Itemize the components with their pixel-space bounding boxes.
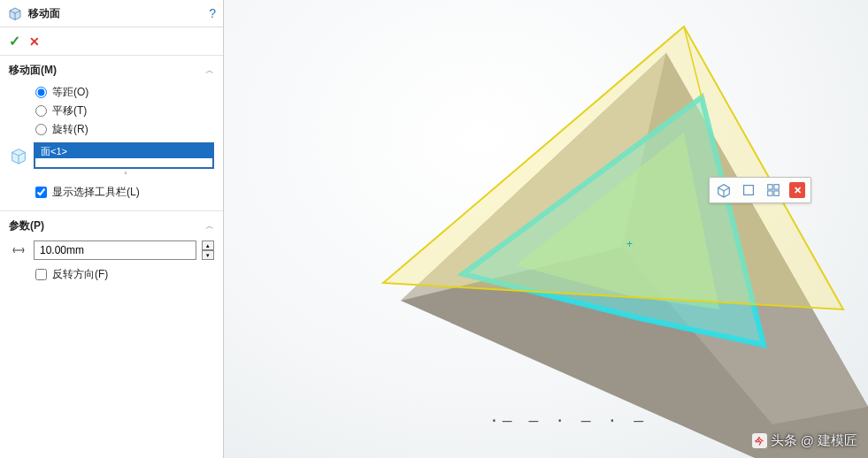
radio-rotate-input[interactable] [35, 124, 47, 135]
face-selection-row [9, 142, 214, 169]
spin-down[interactable]: ▾ [202, 250, 214, 260]
spin-up[interactable]: ▴ [202, 240, 214, 250]
watermark: 今 头条 @建模匠 [752, 432, 857, 449]
context-close-icon[interactable]: ✕ [789, 182, 805, 198]
svg-text:+: + [626, 238, 633, 250]
model-svg: + [224, 0, 868, 458]
face-list[interactable] [34, 142, 214, 169]
params-heading-label: 参数(P) [9, 218, 44, 233]
graphics-viewport[interactable]: + ✕ ·— — · — · — 今 头条 @建模匠 [224, 0, 868, 458]
radio-translate-label: 平移(T) [52, 103, 87, 118]
view-iso-icon[interactable] [715, 181, 733, 199]
context-toolbar: ✕ [709, 177, 811, 203]
show-toolbar-label: 显示选择工具栏(L) [52, 185, 140, 200]
distance-row: ▴ ▾ [9, 240, 214, 260]
distance-spinner: ▴ ▾ [202, 240, 214, 260]
face-item[interactable] [35, 144, 212, 158]
watermark-prefix: 头条 [771, 432, 797, 449]
svg-rect-17 [768, 185, 772, 189]
reverse-input[interactable] [35, 269, 47, 280]
svg-rect-18 [774, 185, 779, 189]
view-multi-icon[interactable] [764, 181, 782, 199]
radio-offset-input[interactable] [35, 87, 47, 98]
move-face-heading-label: 移动面(M) [9, 63, 57, 78]
radio-translate[interactable]: 平移(T) [9, 102, 214, 120]
reverse-check[interactable]: 反转方向(F) [9, 265, 214, 284]
feature-panel: 移动面 ? ✓ ✕ 移动面(M) ︿ 等距(O) 平移(T) 旋转(R) [0, 0, 224, 458]
panel-header: 移动面 ? [0, 0, 223, 27]
watermark-at: @ [801, 433, 814, 448]
move-face-section: 移动面(M) ︿ 等距(O) 平移(T) 旋转(R) ° 显示选择工具栏(L) [0, 56, 223, 211]
svg-marker-10 [383, 27, 843, 309]
chevron-up-icon: ︿ [205, 220, 214, 233]
watermark-author: 建模匠 [818, 432, 857, 449]
radio-rotate-label: 旋转(R) [52, 122, 88, 137]
radio-offset-label: 等距(O) [52, 85, 88, 100]
move-face-icon [7, 5, 23, 21]
distance-icon [9, 240, 28, 260]
axis-ground-icon: ·— — · — · — [489, 411, 647, 430]
show-toolbar-input[interactable] [35, 187, 47, 198]
confirm-cancel-row: ✓ ✕ [0, 27, 223, 56]
distance-input[interactable] [34, 240, 196, 260]
radio-offset[interactable]: 等距(O) [9, 83, 214, 102]
reverse-label: 反转方向(F) [52, 267, 108, 282]
svg-rect-16 [744, 186, 754, 195]
list-grip-icon: ° [39, 171, 214, 179]
cancel-button[interactable]: ✕ [29, 34, 40, 49]
ok-button[interactable]: ✓ [9, 33, 20, 50]
params-section: 参数(P) ︿ ▴ ▾ 反转方向(F) [0, 211, 223, 293]
face-select-icon [9, 146, 28, 165]
panel-title: 移动面 [28, 6, 209, 21]
chevron-up-icon: ︿ [205, 65, 214, 77]
params-heading[interactable]: 参数(P) ︿ [9, 217, 214, 239]
svg-rect-19 [768, 191, 772, 195]
svg-rect-20 [774, 191, 779, 195]
help-icon[interactable]: ? [209, 6, 216, 20]
radio-translate-input[interactable] [35, 105, 47, 117]
radio-rotate[interactable]: 旋转(R) [9, 120, 214, 139]
watermark-icon: 今 [752, 433, 767, 448]
view-single-icon[interactable] [740, 181, 757, 199]
move-face-heading[interactable]: 移动面(M) ︿ [9, 61, 214, 83]
show-toolbar-check[interactable]: 显示选择工具栏(L) [9, 183, 214, 202]
